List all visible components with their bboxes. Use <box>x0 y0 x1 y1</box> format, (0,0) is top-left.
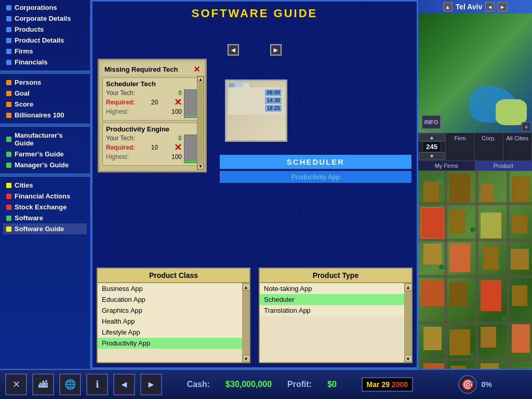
map-tab-corp[interactable]: Corp. <box>475 133 503 161</box>
map-arrow-up[interactable]: ▲ <box>443 2 453 11</box>
list-item-health-app[interactable]: Health App <box>98 316 242 327</box>
product-class-scroll-track <box>243 290 249 355</box>
sidebar-item-software-guide[interactable]: Software Guide <box>3 223 87 234</box>
city-building <box>449 210 465 233</box>
city-building <box>421 207 444 238</box>
tech-x-icon-1: ✕ <box>174 97 182 108</box>
map-plus-button[interactable]: + <box>522 122 531 131</box>
tech-x-icon-2: ✕ <box>174 142 182 153</box>
map-tab-all-cities[interactable]: All Cities <box>503 133 532 161</box>
sidebar-item-stock-exchange[interactable]: Stock Exchange <box>3 202 87 212</box>
tech-bar-1 <box>184 89 198 118</box>
product-name-panel: SCHEDULER Productivity App <box>220 155 411 183</box>
bottom-btn-globe[interactable]: 🌐 <box>59 374 81 395</box>
sidebar-item-billionaires[interactable]: Billionaires 100 <box>3 110 87 121</box>
map-arrow-left[interactable]: ◄ <box>485 2 495 11</box>
sched-tab-3 <box>243 83 249 87</box>
product-type-header: Product Type <box>260 269 411 283</box>
city-building <box>512 285 527 306</box>
bottom-btn-close[interactable]: ✕ <box>5 374 27 395</box>
map-counter-up[interactable]: ▲ <box>419 134 445 141</box>
city-building <box>449 283 468 306</box>
list-item-translation-app[interactable]: Translation App <box>260 305 404 316</box>
bottom-btn-next[interactable]: ► <box>140 374 162 395</box>
list-item-education-app[interactable]: Education App <box>98 294 242 305</box>
sidebar-item-firms[interactable]: Firms <box>3 46 87 57</box>
product-type-scroll-down[interactable]: ▼ <box>405 355 412 362</box>
city-building <box>512 215 527 233</box>
sidebar-item-corporations[interactable]: Corporations <box>3 2 87 13</box>
map-arrow-right[interactable]: ► <box>498 2 507 11</box>
sidebar-item-farmers-guide[interactable]: Farmer's Guide <box>3 149 87 159</box>
sidebar-item-financial-actions[interactable]: Financial Actions <box>3 191 87 202</box>
sidebar-section-green: Manufacturer's Guide Farmer's Guide Mana… <box>0 128 90 172</box>
city-road <box>475 171 478 394</box>
cash-profit-display: Cash: $30,000,000 Profit: $0 <box>167 380 356 389</box>
sidebar: Corporations Corporate Details Products … <box>0 0 91 369</box>
list-item-scheduler[interactable]: Scheduler <box>260 294 404 305</box>
city-tree <box>470 227 475 232</box>
tech-scroll-up[interactable]: ▲ <box>197 76 204 83</box>
product-category: SCHEDULER <box>220 155 411 169</box>
sidebar-item-persons[interactable]: Persons <box>3 77 87 88</box>
info-button[interactable]: INFO <box>421 115 441 129</box>
blue-dot-icon <box>6 49 11 54</box>
city-building <box>423 244 442 264</box>
sidebar-item-product-details[interactable]: Product Details <box>3 35 87 46</box>
bottom-right-bar: 🎯 0% <box>418 369 532 399</box>
sidebar-section-orange: Persons Goal Score Billionaires 100 <box>0 75 90 123</box>
sidebar-item-corporate-details[interactable]: Corporate Details <box>3 13 87 24</box>
sidebar-item-cities[interactable]: Cities <box>3 180 87 191</box>
map-city-name: Tel Aviv <box>456 3 483 11</box>
map-tabs-row1: ▲ 245 ▼ Firm Corp. All Cities <box>418 133 532 161</box>
sidebar-item-managers-guide[interactable]: Manager's Guide <box>3 159 87 170</box>
sidebar-item-score[interactable]: Score <box>3 99 87 110</box>
tech-panel: Missing Required Tech ✕ Scheduler Tech Y… <box>98 59 207 172</box>
blue-dot-icon <box>6 60 11 65</box>
sidebar-item-financials[interactable]: Financials <box>3 57 87 68</box>
city-building <box>449 174 470 202</box>
sidebar-item-software[interactable]: Software <box>3 212 87 223</box>
tech-panel-close[interactable]: ✕ <box>193 64 200 74</box>
sidebar-section-blue: Corporations Corporate Details Products … <box>0 0 90 70</box>
city-building <box>421 280 444 306</box>
sidebar-item-products[interactable]: Products <box>3 24 87 35</box>
bottom-btn-prev[interactable]: ◄ <box>113 374 135 395</box>
blue-dot-icon <box>6 38 11 43</box>
orange-dot-icon <box>6 102 11 107</box>
sidebar-item-manufacturers-guide[interactable]: Manufacturer's Guide <box>3 130 87 149</box>
sidebar-divider-3 <box>0 174 90 177</box>
target-icon[interactable]: 🎯 <box>458 375 477 394</box>
product-class-list: Business App Education App Graphics App … <box>98 283 242 362</box>
tech-scroll-down[interactable]: ▼ <box>197 163 204 169</box>
list-item-graphics-app[interactable]: Graphics App <box>98 305 242 316</box>
city-tree <box>470 353 475 358</box>
city-building <box>512 176 530 202</box>
product-type-scroll-up[interactable]: ▲ <box>405 283 412 290</box>
bottom-bar: ✕ 🏙 🌐 ℹ ◄ ► Cash: $30,000,000 Profit: $0… <box>0 369 418 399</box>
list-item-lifestyle-app[interactable]: Lifestyle App <box>98 327 242 338</box>
product-class-scroll-up[interactable]: ▲ <box>243 283 250 290</box>
map-tab-firm[interactable]: Firm <box>446 133 474 161</box>
list-item-productivity-app[interactable]: Productivity App <box>98 338 242 349</box>
bottom-btn-info[interactable]: ℹ <box>86 374 108 395</box>
nav-left-arrow[interactable]: ◄ <box>228 44 239 56</box>
sidebar-divider-2 <box>0 124 90 127</box>
tech-panel-scrollbar[interactable]: ▲ ▼ <box>197 76 204 170</box>
yellow-dot-icon <box>6 183 11 188</box>
map-counter-down[interactable]: ▼ <box>419 152 445 160</box>
blue-dot-icon <box>6 27 11 32</box>
nav-right-arrow[interactable]: ► <box>270 44 282 56</box>
blue-dot-icon <box>6 5 11 10</box>
city-building <box>481 212 501 238</box>
sched-time-2: 14:30 <box>265 97 282 104</box>
product-class-scroll-down[interactable]: ▼ <box>243 355 250 362</box>
map-tab-product[interactable]: Product <box>475 161 533 170</box>
red-dot-icon <box>6 194 11 199</box>
nav-arrows: ◄ ► <box>228 44 282 56</box>
map-tab-my-firms[interactable]: My Firms <box>418 161 475 170</box>
sidebar-item-goal[interactable]: Goal <box>3 88 87 99</box>
bottom-btn-city[interactable]: 🏙 <box>32 374 54 395</box>
list-item-note-taking[interactable]: Note-taking App <box>260 283 404 294</box>
list-item-business-app[interactable]: Business App <box>98 283 242 294</box>
